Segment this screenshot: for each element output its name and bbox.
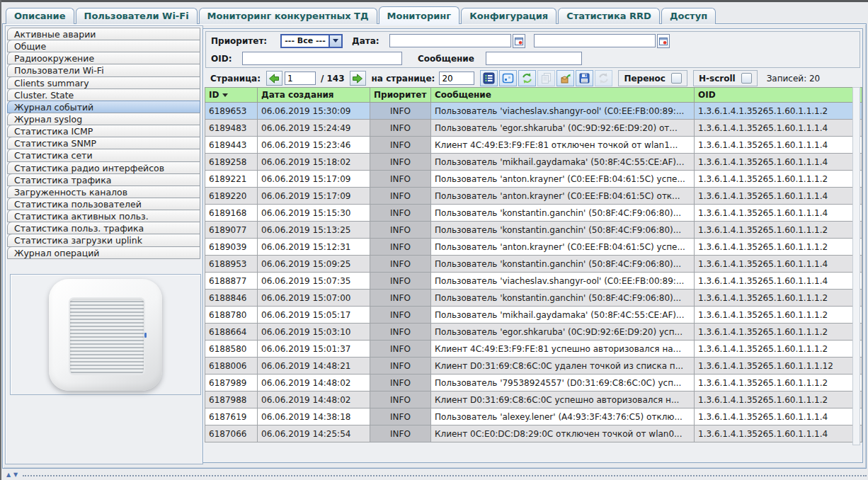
tab-competitor-ap-monitoring[interactable]: Мониторинг конкурентных ТД [199, 8, 377, 24]
cell-id: 6188846 [205, 290, 258, 307]
sidebar-item-snmp-stats[interactable]: Статистика SNMP [7, 137, 200, 149]
tab-access[interactable]: Доступ [661, 8, 716, 24]
sidebar-item-wifi-users[interactable]: Пользователи Wi-Fi [7, 64, 200, 76]
refresh-icon[interactable] [518, 70, 536, 86]
cell-id: 6189220 [205, 188, 258, 205]
table-row[interactable]: 618907706.06.2019 15:13:25INFOПользовате… [205, 222, 862, 239]
cell-oid: 1.3.6.1.4.1.35265.1.60.1.1.1.2 [695, 375, 862, 392]
prev-page-button[interactable] [266, 71, 282, 86]
cell-priority: INFO [370, 324, 431, 341]
cell-priority: INFO [370, 341, 431, 358]
sidebar-item-network-stats[interactable]: Статистика сети [7, 149, 200, 161]
sidebar-item-syslog-log[interactable]: Журнал syslog [7, 113, 200, 125]
cell-message: Клиент 0C:E0:DC:D8:29:0C отключен точкой… [431, 425, 695, 442]
table-row[interactable]: 618798806.06.2019 14:48:02INFOКлиент D0:… [205, 392, 862, 408]
splitter-up-icon[interactable]: ▲ [6, 472, 11, 479]
column-header-4[interactable]: Сообщение [431, 88, 695, 103]
date-from-input[interactable] [389, 34, 511, 47]
sidebar-item-operations-log[interactable]: Журнал операций [7, 246, 200, 259]
cell-created: 06.06.2019 15:17:09 [258, 188, 370, 205]
sidebar-item-channel-load[interactable]: Загруженность каналов [7, 185, 200, 198]
wrap-checkbox[interactable] [671, 73, 682, 84]
date-to-calendar-button[interactable] [657, 34, 670, 48]
table-row[interactable]: 618706606.06.2019 14:25:54INFOКлиент 0C:… [205, 425, 862, 442]
cell-message: Пользователь '79538924557' (D0:31:69:C8:… [431, 375, 695, 392]
view-details-icon[interactable] [480, 70, 498, 86]
cell-priority: INFO [370, 239, 431, 256]
cell-created: 06.06.2019 15:12:31 [258, 239, 370, 256]
cell-message: Пользователь 'konstantin.ganchin' (50:8F… [431, 256, 695, 273]
column-header-2[interactable]: Дата создания [258, 88, 370, 103]
cell-oid: 1.3.6.1.4.1.35265.1.60.1.1.1.2 [695, 290, 862, 307]
wrap-label: Перенос [624, 74, 666, 84]
copy-icon [537, 70, 555, 86]
cell-created: 06.06.2019 15:07:00 [258, 290, 370, 307]
table-row[interactable]: 618887706.06.2019 15:07:35INFOПользовате… [205, 273, 862, 290]
table-row[interactable]: 618922106.06.2019 15:17:09INFOПользовате… [205, 171, 862, 188]
cell-message: Пользователь 'anton.krayner' (C0:EE:FB:0… [431, 188, 695, 205]
dropdown-arrow-icon[interactable] [329, 35, 341, 47]
sidebar-item-traffic-stats[interactable]: Статистика трафика [7, 173, 200, 186]
column-header-5[interactable]: OID [695, 88, 862, 103]
table-row[interactable]: 618903906.06.2019 15:12:31INFOПользовате… [205, 239, 862, 256]
table-row[interactable]: 618858006.06.2019 15:01:37INFOКлиент 4C:… [205, 341, 862, 358]
cell-id: 6189483 [205, 120, 258, 137]
device-photo-panel [10, 274, 201, 395]
table-row[interactable]: 618895306.06.2019 15:09:25INFOПользовате… [205, 256, 862, 273]
column-header-1[interactable]: ID [205, 88, 258, 103]
oid-input[interactable] [242, 52, 402, 65]
sidebar-item-general[interactable]: Общие [7, 40, 200, 52]
cell-priority: INFO [370, 307, 431, 324]
table-row[interactable]: 618948306.06.2019 15:24:49INFOПользовате… [205, 120, 862, 137]
sidebar-item-uplink-load-stats[interactable]: Статистика загрузки uplink [7, 234, 200, 246]
table-row[interactable]: 618922006.06.2019 15:17:09INFOПользовате… [205, 188, 862, 205]
sidebar-item-event-log[interactable]: Журнал событий [7, 101, 200, 113]
table-row[interactable]: 618925806.06.2019 15:18:02INFOПользовате… [205, 154, 862, 171]
main-panel: Приоритет: --- Все --- Дата: OID: Сообще… [202, 28, 863, 463]
hscroll-label: H-scroll [699, 74, 736, 84]
tab-monitoring[interactable]: Мониторинг [379, 6, 460, 24]
sidebar-item-cluster-state[interactable]: Cluster. State [7, 88, 200, 101]
table-row[interactable]: 618965306.06.2019 15:30:09INFOПользовате… [205, 103, 862, 120]
table-row[interactable]: 618878006.06.2019 15:05:17INFOПользовате… [205, 307, 862, 324]
cell-id: 6189168 [205, 205, 258, 222]
tab-configuration[interactable]: Конфигурация [461, 8, 556, 24]
message-input[interactable] [486, 52, 582, 65]
per-page-input[interactable] [439, 72, 474, 85]
sidebar-item-active-alarms[interactable]: Активные аварии [7, 28, 200, 40]
table-row[interactable]: 618916806.06.2019 15:15:30INFOПользовате… [205, 205, 862, 222]
tab-description[interactable]: Описание [6, 8, 74, 24]
cell-priority: INFO [370, 188, 431, 205]
date-to-input[interactable] [534, 34, 656, 47]
sidebar-item-user-stats[interactable]: Статистика пользователей [7, 198, 200, 210]
table-row[interactable]: 618944306.06.2019 15:23:46INFOКлиент 4C:… [205, 137, 862, 154]
vertical-scrollbar[interactable] [852, 87, 860, 445]
hscroll-checkbox[interactable] [741, 73, 752, 84]
tab-rrd-statistics[interactable]: Статистика RRD [558, 8, 660, 24]
table-row[interactable]: 618884606.06.2019 15:07:00INFOПользовате… [205, 290, 862, 307]
cell-oid: 1.3.6.1.4.1.35265.1.60.1.1.1.4 [695, 273, 862, 290]
column-header-3[interactable]: Приоритет [370, 88, 431, 103]
table-row[interactable]: 618800606.06.2019 14:48:21INFOКлиент D0:… [205, 358, 862, 375]
export-icon[interactable] [556, 70, 574, 86]
select-columns-icon[interactable] [499, 70, 517, 86]
cell-message: Пользователь 'egor.shkaruba' (0C:9D:92:6… [431, 120, 695, 137]
date-from-calendar-button[interactable] [513, 34, 525, 48]
sidebar-item-active-user-stats[interactable]: Статистика активных польз. [7, 210, 200, 222]
sidebar-item-radio-environment[interactable]: Радиоокружение [7, 52, 200, 64]
sidebar-item-radio-interface-stats[interactable]: Статистика радио интерфейсов [7, 161, 200, 174]
sidebar-item-user-traffic-stats[interactable]: Статистика польз. трафика [7, 222, 200, 234]
sidebar-item-icmp-stats[interactable]: Статистика ICMP [7, 125, 200, 137]
table-row[interactable]: 618798906.06.2019 14:48:02INFOПользовате… [205, 375, 862, 392]
priority-dropdown[interactable]: --- Все --- [280, 34, 343, 48]
table-row[interactable]: 618761906.06.2019 14:38:18INFOПользовате… [205, 408, 862, 425]
splitter-down-icon[interactable]: ▼ [13, 472, 18, 479]
page-number-input[interactable] [285, 72, 316, 85]
tab-wifi-users[interactable]: Пользователи Wi-Fi [76, 8, 198, 24]
bottom-splitter[interactable]: ▲ ▼ [1, 472, 868, 479]
sidebar-item-clients-summary[interactable]: Clients summary [7, 76, 200, 89]
table-row[interactable]: 618866406.06.2019 15:03:10INFOПользовате… [205, 324, 862, 341]
save-icon[interactable] [576, 70, 593, 86]
cell-message: Клиент 4C:49:E3:F9:FE:81 отключен точкой… [431, 137, 695, 154]
next-page-button[interactable] [350, 71, 366, 86]
